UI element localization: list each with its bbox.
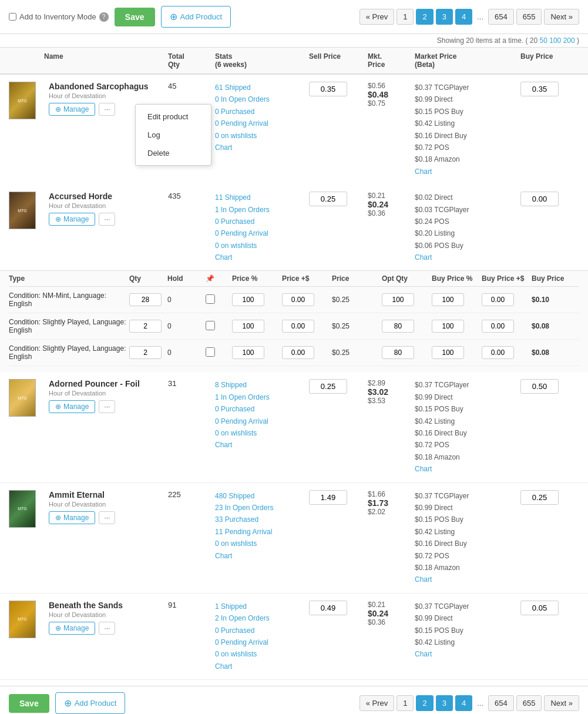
page-2-button[interactable]: 2: [416, 9, 433, 25]
open-orders-stat[interactable]: 23 In Open Orders: [215, 504, 273, 512]
chart-link[interactable]: Chart: [215, 441, 232, 449]
buy-price-input[interactable]: [520, 192, 559, 206]
pending-stat[interactable]: 0 Pending Arrival: [215, 417, 268, 425]
wishlists-stat[interactable]: 0 on wishlists: [215, 429, 257, 437]
more-button[interactable]: ···: [99, 511, 115, 524]
sub-price-pct-input[interactable]: [232, 346, 264, 359]
add-product-button[interactable]: ⊕ Add Product: [161, 6, 231, 28]
shipped-stat[interactable]: 8 Shipped: [215, 381, 247, 389]
sub-price-pct-input[interactable]: [232, 293, 264, 306]
edit-product-menu-item[interactable]: Edit product: [136, 108, 211, 126]
manage-button[interactable]: ⊕ Manage: [49, 103, 95, 116]
chart-link[interactable]: Chart: [215, 552, 232, 560]
sub-pin-checkbox[interactable]: [206, 294, 215, 304]
shipped-stat[interactable]: 1 Shipped: [215, 602, 247, 611]
shipped-stat[interactable]: 61 Shipped: [215, 83, 251, 92]
wishlists-stat[interactable]: 0 on wishlists: [215, 132, 257, 140]
page-4-button[interactable]: 4: [455, 9, 472, 25]
purchased-stat[interactable]: 0 Purchased: [215, 405, 254, 413]
page-1-button[interactable]: 1: [397, 9, 414, 25]
purchased-stat[interactable]: 0 Purchased: [215, 217, 254, 226]
purchased-stat[interactable]: 0 Purchased: [215, 108, 254, 116]
sell-price-input[interactable]: [309, 601, 347, 615]
show-50-link[interactable]: 50: [540, 36, 547, 45]
manage-button[interactable]: ⊕ Manage: [49, 511, 95, 524]
chart-link[interactable]: Chart: [215, 662, 232, 671]
open-orders-stat[interactable]: 2 In Open Orders: [215, 614, 270, 622]
sub-qty-input[interactable]: [129, 320, 162, 333]
next-button-bottom[interactable]: Next »: [544, 695, 579, 711]
inventory-mode-label[interactable]: Add to Inventory Mode ?: [9, 12, 109, 22]
open-orders-stat[interactable]: 0 In Open Orders: [215, 95, 270, 103]
help-icon[interactable]: ?: [99, 12, 109, 22]
pending-stat[interactable]: 0 Pending Arrival: [215, 119, 268, 128]
more-button[interactable]: ···: [99, 400, 115, 413]
buy-price-input[interactable]: [520, 490, 559, 505]
page-1-button-bottom[interactable]: 1: [397, 695, 414, 711]
sub-pin-checkbox[interactable]: [206, 321, 215, 330]
purchased-stat[interactable]: 33 Purchased: [215, 515, 258, 524]
sub-buy-price-plus-input[interactable]: [482, 293, 514, 306]
manage-button[interactable]: ⊕ Manage: [49, 622, 95, 635]
sub-buy-price-pct-input[interactable]: [432, 320, 464, 333]
sub-opt-qty-input[interactable]: [382, 320, 414, 333]
page-2-button-bottom[interactable]: 2: [416, 695, 433, 711]
wishlists-stat[interactable]: 0 on wishlists: [215, 650, 257, 658]
market-chart-link[interactable]: Chart: [415, 650, 432, 658]
show-200-link[interactable]: 200: [563, 36, 575, 45]
page-654-button[interactable]: 654: [488, 9, 514, 25]
sub-qty-input[interactable]: [129, 293, 162, 306]
delete-menu-item[interactable]: Delete: [136, 144, 211, 162]
prev-button-bottom[interactable]: « Prev: [359, 695, 395, 711]
shipped-stat[interactable]: 11 Shipped: [215, 193, 251, 202]
sell-price-input[interactable]: [309, 490, 347, 505]
page-3-button-bottom[interactable]: 3: [436, 695, 453, 711]
sell-price-input[interactable]: [309, 192, 347, 206]
sell-price-input[interactable]: [309, 82, 347, 96]
sub-opt-qty-input[interactable]: [382, 346, 414, 359]
sub-price-plus-input[interactable]: [282, 346, 314, 359]
page-4-button-bottom[interactable]: 4: [455, 695, 472, 711]
buy-price-input[interactable]: [520, 379, 559, 394]
market-chart-link[interactable]: Chart: [415, 465, 432, 473]
more-button[interactable]: ···: [99, 622, 115, 635]
wishlists-stat[interactable]: 0 on wishlists: [215, 539, 257, 548]
buy-price-input[interactable]: [520, 82, 559, 96]
sub-pin-checkbox[interactable]: [206, 347, 215, 357]
sub-buy-price-pct-input[interactable]: [432, 293, 464, 306]
page-654-button-bottom[interactable]: 654: [488, 695, 514, 711]
inventory-mode-checkbox[interactable]: [9, 13, 16, 21]
market-chart-link[interactable]: Chart: [415, 575, 432, 584]
next-button[interactable]: Next »: [544, 9, 579, 25]
pending-stat[interactable]: 0 Pending Arrival: [215, 229, 268, 237]
pending-stat[interactable]: 0 Pending Arrival: [215, 638, 268, 646]
prev-button[interactable]: « Prev: [359, 9, 395, 25]
sub-price-plus-input[interactable]: [282, 320, 314, 333]
page-655-button-bottom[interactable]: 655: [516, 695, 542, 711]
add-product-button-bottom[interactable]: ⊕ Add Product: [55, 692, 126, 714]
sub-buy-price-pct-input[interactable]: [432, 346, 464, 359]
sub-price-pct-input[interactable]: [232, 320, 264, 333]
page-3-button[interactable]: 3: [436, 9, 453, 25]
save-button-bottom[interactable]: Save: [9, 694, 49, 713]
wishlists-stat[interactable]: 0 on wishlists: [215, 242, 257, 250]
market-chart-link[interactable]: Chart: [415, 253, 432, 262]
purchased-stat[interactable]: 0 Purchased: [215, 626, 254, 635]
pending-stat[interactable]: 11 Pending Arrival: [215, 528, 272, 536]
more-button[interactable]: ···: [99, 103, 115, 116]
sub-price-plus-input[interactable]: [282, 293, 314, 306]
sub-buy-price-plus-input[interactable]: [482, 346, 514, 359]
show-100-link[interactable]: 100: [549, 36, 561, 45]
market-chart-link[interactable]: Chart: [415, 167, 432, 176]
more-button[interactable]: ···: [99, 213, 115, 226]
save-button[interactable]: Save: [115, 8, 155, 26]
sell-price-input[interactable]: [309, 379, 347, 394]
open-orders-stat[interactable]: 1 In Open Orders: [215, 206, 270, 214]
buy-price-input[interactable]: [520, 601, 559, 615]
chart-link[interactable]: Chart: [215, 253, 232, 262]
shipped-stat[interactable]: 480 Shipped: [215, 492, 254, 500]
sub-buy-price-plus-input[interactable]: [482, 320, 514, 333]
log-menu-item[interactable]: Log: [136, 126, 211, 144]
page-655-button[interactable]: 655: [516, 9, 542, 25]
open-orders-stat[interactable]: 1 In Open Orders: [215, 393, 270, 401]
